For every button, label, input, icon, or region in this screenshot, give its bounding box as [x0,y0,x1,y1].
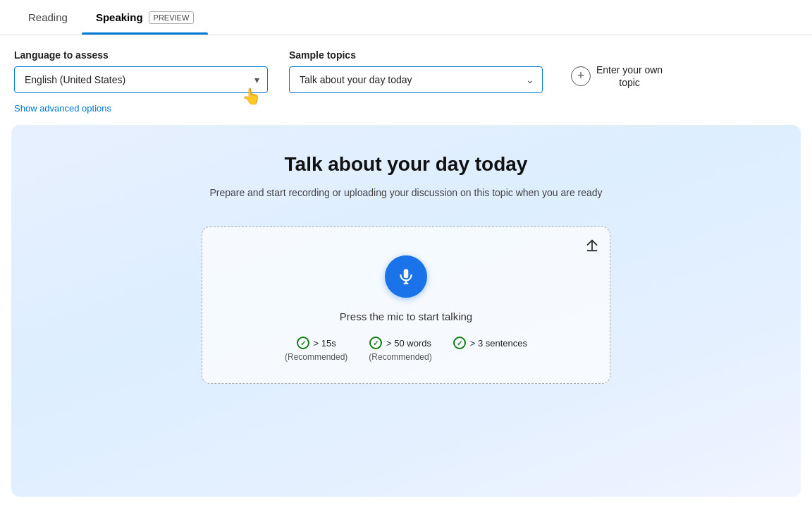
mic-icon [397,267,415,286]
upload-button[interactable] [584,237,600,253]
language-control-group: Language to assess English (United State… [14,49,268,93]
tab-reading[interactable]: Reading [14,0,82,35]
requirement-sentences-value: > 3 sentences [470,338,527,349]
requirement-words-sub: (Recommended) [369,352,431,362]
check-circle-time: ✓ [297,337,309,349]
tab-speaking-label: Speaking [96,11,143,23]
preview-badge: PREVIEW [149,11,195,24]
show-advanced-options-link[interactable]: Show advanced options [0,100,812,125]
check-circle-sentences: ✓ [453,337,466,349]
topics-label: Sample topics [289,49,543,61]
requirement-time: ✓ > 15s (Recommended) [285,337,347,362]
app-container: Reading Speaking PREVIEW Language to ass… [0,0,812,508]
requirements-row: ✓ > 15s (Recommended) ✓ > 50 words (Reco… [285,337,527,362]
svg-rect-2 [404,269,409,278]
tab-reading-label: Reading [28,11,68,23]
language-select-wrapper: English (United States) Spanish (Spain) … [14,66,268,93]
enter-own-plus-icon: + [571,66,591,86]
topic-title: Talk about your day today [285,153,528,176]
tab-bar: Reading Speaking PREVIEW [0,0,812,35]
requirement-words-value: > 50 words [386,338,431,349]
requirement-sentences: ✓ > 3 sentences [453,337,527,349]
enter-own-topic-button[interactable]: + Enter your owntopic [571,64,663,89]
controls-row: Language to assess English (United State… [0,35,812,100]
topics-select[interactable]: Talk about your day today Describe your … [289,66,543,93]
topics-control-group: Sample topics Talk about your day today … [289,49,543,93]
language-label: Language to assess [14,49,268,61]
topic-description: Prepare and start recording or uploading… [209,187,602,198]
press-mic-label: Press the mic to start talking [340,310,472,322]
language-select[interactable]: English (United States) Spanish (Spain) … [14,66,268,93]
mic-button[interactable] [385,255,427,298]
topics-select-wrapper: Talk about your day today Describe your … [289,66,543,93]
recording-card: Press the mic to start talking ✓ > 15s (… [202,226,610,384]
requirement-time-value: > 15s [314,338,336,349]
requirement-words: ✓ > 50 words (Recommended) [369,337,431,362]
upload-icon [584,237,600,253]
requirement-time-sub: (Recommended) [285,352,347,362]
enter-own-topic-label: Enter your owntopic [596,64,663,89]
check-circle-words: ✓ [369,337,382,349]
main-content-area: Talk about your day today Prepare and st… [11,125,801,497]
tab-speaking[interactable]: Speaking PREVIEW [82,0,208,35]
